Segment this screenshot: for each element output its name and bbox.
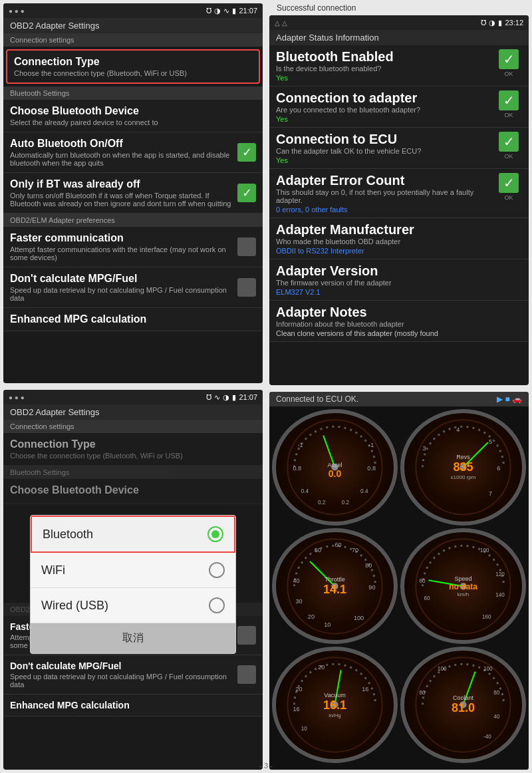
conn-type-title-bl: Connection Type [10,438,256,450]
conn-ecu-check: ✓ OK [495,132,522,160]
svg-text:60: 60 [335,541,342,548]
only-bt-checkbox[interactable]: ✓ [237,184,256,202]
error-count-check: ✓ OK [495,173,522,201]
svg-text:10: 10 [324,621,331,628]
conn-ecu-value: Yes [276,156,495,164]
no-mpg-subtitle: Speed up data retrieval by not calculati… [10,286,237,302]
svg-text:30: 30 [296,597,303,604]
error-count-subtitle: This should stay on 0, if not then you p… [276,188,495,204]
svg-text:100: 100 [480,547,489,553]
svg-text:0.4: 0.4 [360,488,368,494]
connection-type-subtitle: Choose the connection type (Bluetooth, W… [14,69,252,77]
enhanced-mpg-bl[interactable]: Enhanced MPG calculation [3,695,263,716]
bt-icon-bl: ℧ [206,393,211,402]
dropdown-usb-item[interactable]: Wired (USB) [31,588,235,623]
svg-text:5: 5 [489,438,492,445]
only-bt-off-item[interactable]: Only if BT was already off Only turns on… [3,173,263,214]
connection-type-bl[interactable]: Connection Type Choose the connection ty… [3,433,263,466]
svg-text:40: 40 [493,714,500,720]
gauge-speed-label: Speed [449,575,477,582]
adapter-status-title: Adapter Status Information [269,30,529,45]
signal-icon: ◑ [214,7,221,15]
svg-text:-40: -40 [483,734,491,740]
svg-text:120: 120 [495,571,505,577]
auto-bt-item[interactable]: Auto Bluetooth On/Off Automatically turn… [3,132,263,173]
app-title: OBD2 Adapter Settings [10,21,99,31]
version-subtitle: The firmware version of the adapter [276,279,522,287]
gauge-vacuum: 20 20 16 16 10 Vacuum 16.1 in/Hg [272,647,398,763]
battery-tr: ▮ [498,19,502,27]
mpg-title-bl: Don't calculate MPG/Fuel [10,661,237,671]
svg-text:16: 16 [293,706,299,713]
section-obd2-elm: OBD2/ELM Adapter preferences [3,214,263,227]
usb-radio-button[interactable] [209,597,225,613]
svg-text:0.2: 0.2 [342,500,350,506]
faster-comm-cb-bl[interactable] [237,626,256,645]
gauge-revs-label: Revs [451,454,476,460]
dropdown-bluetooth-item[interactable]: Bluetooth [31,516,235,553]
cancel-button[interactable]: 取消 [31,623,235,653]
bt-enabled-subtitle: Is the device bluetooth enabled? [276,65,495,73]
adapter-item-notes: Adapter Notes Information about the blue… [269,301,529,342]
status-bar-tr: △ △ ℧ ◑ ▮ 23:12 [269,15,529,30]
svg-text:16: 16 [362,686,368,693]
auto-bt-checkbox[interactable]: ✓ [237,143,256,162]
faster-comm-item[interactable]: Faster communication Attempt faster comm… [3,227,263,267]
only-bt-subtitle: Only turns on/off Bluetooth if it was of… [10,192,237,208]
error-count-value: 0 errors, 0 other faults [276,206,495,214]
bluetooth-radio-button[interactable] [207,526,223,542]
svg-text:100: 100 [483,667,493,673]
wifi-radio-button[interactable] [209,562,225,578]
adapter-item-conn-adapter: Connection to adapter Are you connected … [269,86,529,128]
no-mpg-checkbox[interactable] [237,278,256,297]
page-number: - 3 - [259,762,273,770]
connected-bar: Connected to ECU OK. ▶ ■ 🚗 [269,392,529,406]
svg-text:100: 100 [438,667,447,673]
adapter-item-bt-enabled: Bluetooth Enabled Is the device bluetoot… [269,45,529,86]
bt-enabled-check: ✓ OK [495,49,522,77]
bt-enabled-title: Bluetooth Enabled [276,49,495,65]
connection-type-dropdown[interactable]: Bluetooth WiFi Wired (USB) 取消 [30,515,236,654]
bt-icon: ℧ [206,7,211,15]
svg-text:80: 80 [419,578,426,584]
choose-bt-bl[interactable]: Choose Bluetooth Device [3,479,263,504]
manufacturer-value: OBDII to RS232 Interpreter [276,247,522,255]
svg-text:70: 70 [352,547,358,553]
gauge-revs-unit: x1000 rpm [451,474,476,480]
enhanced-mpg-item[interactable]: Enhanced MPG calculation [3,308,263,331]
enhanced-mpg-title-bl: Enhanced MPG calculation [10,700,256,710]
status-bar-top-left: ● ● ● ℧ ◑ ∿ ▮ 21:07 [3,3,263,18]
dropdown-usb-label: Wired (USB) [41,599,108,613]
success-text: Successful connection [271,2,361,14]
gauge-coolant-label: Coolant [452,695,475,701]
gauge-speed-value: no data [449,582,477,591]
mpg-cb-bl[interactable] [237,665,256,684]
svg-text:0.8: 0.8 [367,465,376,472]
mpg-bl[interactable]: Don't calculate MPG/Fuel Speed up data r… [3,655,263,695]
choose-bluetooth-device-item[interactable]: Choose Bluetooth Device Select the alrea… [3,100,263,132]
success-text-container: Successful connection [266,0,532,12]
svg-text:60: 60 [424,595,431,601]
connection-type-item[interactable]: Connection Type Choose the connection ty… [6,49,260,84]
svg-text:80: 80 [493,690,500,696]
faster-comm-checkbox[interactable] [237,237,256,256]
svg-text:20: 20 [296,686,303,693]
conn-ecu-title: Connection to ECU [276,132,495,147]
enhanced-mpg-title: Enhanced MPG calculation [10,313,256,325]
choose-bt-title: Choose Bluetooth Device [10,105,256,117]
choose-bt-title-bl: Choose Bluetooth Device [10,484,256,496]
dropdown-wifi-item[interactable]: WiFi [31,553,235,588]
checkmark-adapter: ✓ [499,90,519,110]
no-mpg-item[interactable]: Don't calculate MPG/Fuel Speed up data r… [3,267,263,308]
version-title: Adapter Version [276,263,522,279]
svg-text:50: 50 [315,547,321,553]
status-icons-left: ● ● ● [9,7,25,15]
gauges-grid: -1 -1 0.8 0.8 0.4 0.4 0.2 0.2 Accel 0.0 [269,406,529,766]
section-bluetooth-settings: Bluetooth Settings [3,86,263,100]
gauge-vacuum-label: Vacuum [323,692,346,698]
checkmark-ecu: ✓ [499,132,519,152]
status-icons-tr: △ △ [275,19,287,27]
conn-ecu-subtitle: Can the adapter talk OK to the vehicle E… [276,147,495,155]
time-display: 21:07 [239,7,257,15]
phone-bottom-right: Connected to ECU OK. ▶ ■ 🚗 -1 -1 0.8 0.8… [269,392,529,770]
